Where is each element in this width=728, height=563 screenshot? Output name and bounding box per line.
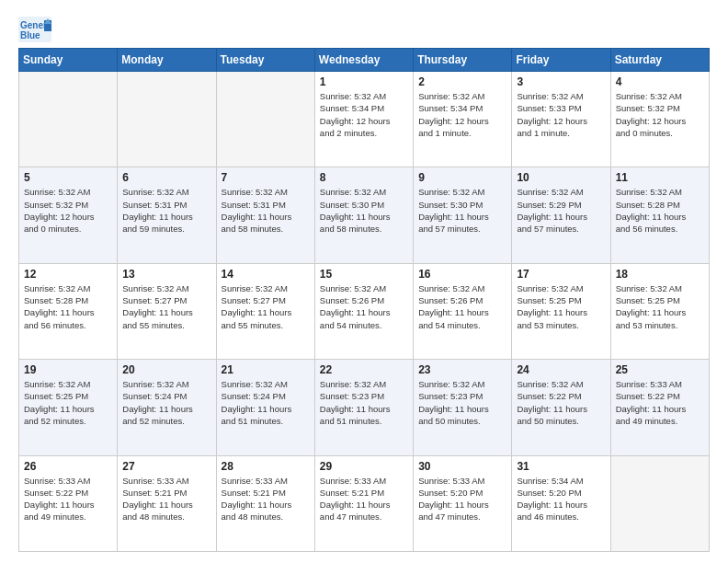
day-number: 15 [320, 268, 408, 281]
day-info: Sunrise: 5:32 AM Sunset: 5:34 PM Dayligh… [418, 90, 506, 139]
day-number: 5 [24, 171, 112, 184]
day-info: Sunrise: 5:32 AM Sunset: 5:23 PM Dayligh… [418, 378, 506, 427]
day-info: Sunrise: 5:32 AM Sunset: 5:26 PM Dayligh… [418, 282, 506, 331]
weekday-header-thursday: Thursday [414, 49, 512, 72]
day-number: 1 [320, 75, 408, 88]
day-info: Sunrise: 5:32 AM Sunset: 5:24 PM Dayligh… [222, 378, 310, 427]
calendar-cell: 9Sunrise: 5:32 AM Sunset: 5:30 PM Daylig… [414, 167, 512, 263]
calendar-cell: 17Sunrise: 5:32 AM Sunset: 5:25 PM Dayli… [512, 263, 610, 359]
day-info: Sunrise: 5:32 AM Sunset: 5:22 PM Dayligh… [517, 378, 605, 427]
calendar-week-2: 5Sunrise: 5:32 AM Sunset: 5:32 PM Daylig… [19, 167, 710, 263]
logo-icon: General Blue [18, 17, 51, 42]
calendar-cell [216, 72, 314, 167]
day-number: 31 [517, 460, 605, 473]
calendar-cell: 11Sunrise: 5:32 AM Sunset: 5:28 PM Dayli… [610, 167, 709, 263]
day-number: 25 [616, 363, 704, 376]
day-info: Sunrise: 5:32 AM Sunset: 5:30 PM Dayligh… [418, 186, 506, 235]
day-number: 4 [616, 75, 704, 88]
calendar-cell: 24Sunrise: 5:32 AM Sunset: 5:22 PM Dayli… [512, 360, 610, 455]
day-info: Sunrise: 5:33 AM Sunset: 5:21 PM Dayligh… [222, 475, 310, 523]
day-number: 27 [122, 460, 210, 473]
page: General Blue SundayMondayTuesdayWednesda… [0, 0, 728, 563]
weekday-header-friday: Friday [512, 49, 610, 72]
day-info: Sunrise: 5:32 AM Sunset: 5:32 PM Dayligh… [616, 90, 704, 139]
calendar-cell: 2Sunrise: 5:32 AM Sunset: 5:34 PM Daylig… [414, 72, 512, 167]
day-number: 18 [616, 268, 704, 281]
day-number: 22 [320, 363, 408, 376]
calendar-header-row: SundayMondayTuesdayWednesdayThursdayFrid… [19, 49, 710, 72]
day-info: Sunrise: 5:32 AM Sunset: 5:32 PM Dayligh… [24, 186, 112, 235]
weekday-header-sunday: Sunday [19, 49, 118, 72]
calendar-cell: 16Sunrise: 5:32 AM Sunset: 5:26 PM Dayli… [414, 263, 512, 359]
day-info: Sunrise: 5:32 AM Sunset: 5:25 PM Dayligh… [24, 378, 112, 427]
calendar-cell: 19Sunrise: 5:32 AM Sunset: 5:25 PM Dayli… [19, 360, 118, 455]
calendar-cell [610, 455, 709, 551]
day-number: 26 [24, 460, 112, 473]
calendar-cell [118, 72, 216, 167]
svg-text:Blue: Blue [20, 30, 40, 40]
day-number: 21 [222, 363, 310, 376]
day-info: Sunrise: 5:32 AM Sunset: 5:34 PM Dayligh… [320, 90, 408, 139]
calendar-week-5: 26Sunrise: 5:33 AM Sunset: 5:22 PM Dayli… [19, 455, 710, 551]
header: General Blue [18, 17, 710, 42]
weekday-header-wednesday: Wednesday [314, 49, 413, 72]
logo: General Blue [18, 17, 57, 42]
calendar-table: SundayMondayTuesdayWednesdayThursdayFrid… [18, 48, 710, 552]
calendar-cell: 25Sunrise: 5:33 AM Sunset: 5:22 PM Dayli… [610, 360, 709, 455]
calendar-cell: 30Sunrise: 5:33 AM Sunset: 5:20 PM Dayli… [414, 455, 512, 551]
calendar-cell: 10Sunrise: 5:32 AM Sunset: 5:29 PM Dayli… [512, 167, 610, 263]
calendar-week-1: 1Sunrise: 5:32 AM Sunset: 5:34 PM Daylig… [19, 72, 710, 167]
day-number: 13 [122, 268, 210, 281]
day-info: Sunrise: 5:33 AM Sunset: 5:20 PM Dayligh… [418, 475, 506, 523]
calendar-cell: 23Sunrise: 5:32 AM Sunset: 5:23 PM Dayli… [414, 360, 512, 455]
day-info: Sunrise: 5:32 AM Sunset: 5:31 PM Dayligh… [122, 186, 210, 235]
calendar-cell: 26Sunrise: 5:33 AM Sunset: 5:22 PM Dayli… [19, 455, 118, 551]
calendar-cell: 28Sunrise: 5:33 AM Sunset: 5:21 PM Dayli… [216, 455, 314, 551]
calendar-cell: 14Sunrise: 5:32 AM Sunset: 5:27 PM Dayli… [216, 263, 314, 359]
day-number: 9 [418, 171, 506, 184]
day-number: 12 [24, 268, 112, 281]
day-info: Sunrise: 5:32 AM Sunset: 5:23 PM Dayligh… [320, 378, 408, 427]
day-number: 10 [517, 171, 605, 184]
weekday-header-monday: Monday [118, 49, 216, 72]
calendar-cell: 3Sunrise: 5:32 AM Sunset: 5:33 PM Daylig… [512, 72, 610, 167]
day-number: 20 [122, 363, 210, 376]
day-info: Sunrise: 5:32 AM Sunset: 5:26 PM Dayligh… [320, 282, 408, 331]
calendar-cell: 12Sunrise: 5:32 AM Sunset: 5:28 PM Dayli… [19, 263, 118, 359]
day-info: Sunrise: 5:33 AM Sunset: 5:22 PM Dayligh… [616, 378, 704, 427]
day-number: 8 [320, 171, 408, 184]
calendar-cell: 27Sunrise: 5:33 AM Sunset: 5:21 PM Dayli… [118, 455, 216, 551]
day-number: 24 [517, 363, 605, 376]
day-number: 6 [122, 171, 210, 184]
calendar-cell: 13Sunrise: 5:32 AM Sunset: 5:27 PM Dayli… [118, 263, 216, 359]
day-number: 17 [517, 268, 605, 281]
day-info: Sunrise: 5:32 AM Sunset: 5:27 PM Dayligh… [222, 282, 310, 331]
day-number: 30 [418, 460, 506, 473]
day-info: Sunrise: 5:32 AM Sunset: 5:28 PM Dayligh… [24, 282, 112, 331]
weekday-header-saturday: Saturday [610, 49, 709, 72]
day-info: Sunrise: 5:32 AM Sunset: 5:24 PM Dayligh… [122, 378, 210, 427]
day-info: Sunrise: 5:32 AM Sunset: 5:25 PM Dayligh… [616, 282, 704, 331]
calendar-cell: 29Sunrise: 5:33 AM Sunset: 5:21 PM Dayli… [314, 455, 413, 551]
calendar-week-3: 12Sunrise: 5:32 AM Sunset: 5:28 PM Dayli… [19, 263, 710, 359]
calendar-cell: 22Sunrise: 5:32 AM Sunset: 5:23 PM Dayli… [314, 360, 413, 455]
calendar-cell: 7Sunrise: 5:32 AM Sunset: 5:31 PM Daylig… [216, 167, 314, 263]
day-number: 7 [222, 171, 310, 184]
day-info: Sunrise: 5:32 AM Sunset: 5:28 PM Dayligh… [616, 186, 704, 235]
calendar-cell [19, 72, 118, 167]
day-info: Sunrise: 5:32 AM Sunset: 5:31 PM Dayligh… [222, 186, 310, 235]
day-info: Sunrise: 5:32 AM Sunset: 5:27 PM Dayligh… [122, 282, 210, 331]
day-info: Sunrise: 5:32 AM Sunset: 5:30 PM Dayligh… [320, 186, 408, 235]
day-number: 11 [616, 171, 704, 184]
day-info: Sunrise: 5:32 AM Sunset: 5:25 PM Dayligh… [517, 282, 605, 331]
day-info: Sunrise: 5:33 AM Sunset: 5:21 PM Dayligh… [122, 475, 210, 523]
calendar-cell: 31Sunrise: 5:34 AM Sunset: 5:20 PM Dayli… [512, 455, 610, 551]
calendar-cell: 21Sunrise: 5:32 AM Sunset: 5:24 PM Dayli… [216, 360, 314, 455]
day-number: 2 [418, 75, 506, 88]
calendar-cell: 4Sunrise: 5:32 AM Sunset: 5:32 PM Daylig… [610, 72, 709, 167]
day-info: Sunrise: 5:33 AM Sunset: 5:21 PM Dayligh… [320, 475, 408, 523]
day-info: Sunrise: 5:34 AM Sunset: 5:20 PM Dayligh… [517, 475, 605, 523]
day-info: Sunrise: 5:32 AM Sunset: 5:33 PM Dayligh… [517, 90, 605, 139]
day-number: 23 [418, 363, 506, 376]
calendar-week-4: 19Sunrise: 5:32 AM Sunset: 5:25 PM Dayli… [19, 360, 710, 455]
